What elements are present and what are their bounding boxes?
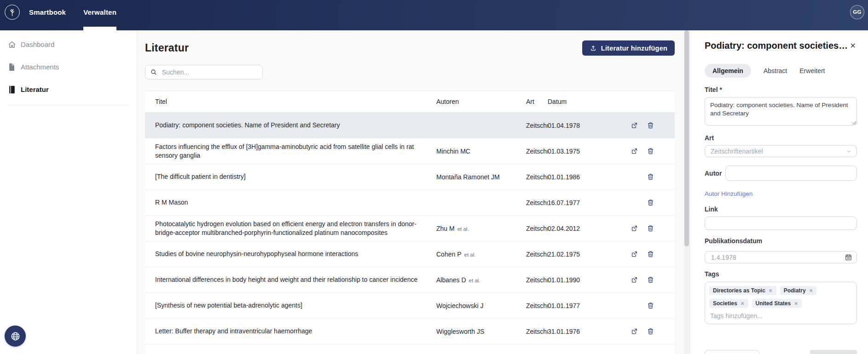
- title-textarea[interactable]: Podiatry: component societies. Name of P…: [705, 97, 857, 126]
- row-art: Zeitschriftenartikel: [526, 302, 548, 309]
- pubdate-label: Publikationsdatum: [705, 237, 857, 245]
- top-navbar: Smartbook Verwalten GG: [0, 0, 868, 30]
- tags-field[interactable]: Directories as Topic ✕ Podiatry ✕ Societ…: [705, 282, 857, 324]
- book-icon: [7, 85, 17, 94]
- panel-header: Podiatry: component societies… ✕: [705, 40, 857, 51]
- sidebar-item-dashboard[interactable]: Dashboard: [0, 33, 137, 56]
- table-row[interactable]: Podiatry: component societies. Name of P…: [145, 113, 675, 138]
- open-external-icon[interactable]: [631, 224, 638, 232]
- table-row[interactable]: R M Mason Zeitschriftenartikel 16.07.197…: [145, 190, 675, 216]
- upload-icon: [590, 45, 597, 52]
- tab-erweitert[interactable]: Erweitert: [799, 64, 825, 78]
- delete-icon[interactable]: [647, 250, 654, 258]
- column-header-art: Art: [526, 98, 548, 105]
- table-row[interactable]: International differences in body height…: [145, 267, 675, 293]
- main-scrollbar: [684, 30, 689, 354]
- row-actions: [598, 302, 654, 309]
- nav-item-smartbook[interactable]: Smartbook: [29, 0, 66, 24]
- row-art: Zeitschriftenartikel: [526, 328, 548, 335]
- delete-icon[interactable]: [647, 199, 654, 206]
- user-avatar[interactable]: GG: [850, 5, 864, 19]
- delete-icon[interactable]: [647, 173, 654, 181]
- brand-logo[interactable]: [5, 5, 20, 20]
- table-row[interactable]: Factors influencing the efflux of [3H]ga…: [145, 138, 675, 164]
- remove-tag-icon[interactable]: ✕: [794, 301, 798, 306]
- search-box: [145, 65, 263, 80]
- table-row[interactable]: Studies of bovine neurophysin-neurohypop…: [145, 241, 675, 267]
- table-header: Titel Autoren Art Datum: [145, 91, 675, 113]
- author-name: Albanes D: [436, 276, 466, 284]
- remove-tag-icon[interactable]: ✕: [741, 301, 745, 306]
- add-literature-label: Literatur hinzufügen: [601, 45, 667, 52]
- calendar-icon[interactable]: [845, 253, 852, 261]
- delete-icon[interactable]: [647, 302, 654, 309]
- panel-actions: Abbrechen Speichern: [705, 350, 857, 354]
- art-select[interactable]: Zeitschriftenartikel: [705, 145, 857, 157]
- add-literature-button[interactable]: Literatur hinzufügen: [582, 40, 675, 56]
- search-input[interactable]: [161, 68, 258, 76]
- row-actions: [598, 250, 654, 258]
- art-label: Art: [705, 134, 857, 142]
- navbar-menu: Smartbook Verwalten: [29, 0, 116, 24]
- page-title: Literatur: [145, 42, 189, 54]
- save-button[interactable]: Speichern: [810, 350, 857, 354]
- nav-item-verwalten[interactable]: Verwalten: [83, 0, 116, 24]
- author-row: Autor: [705, 166, 857, 181]
- row-art: Zeitschriftenartikel: [526, 148, 548, 155]
- row-actions: [598, 121, 654, 129]
- close-icon[interactable]: ✕: [849, 41, 857, 51]
- publication-date-input[interactable]: [710, 253, 845, 262]
- language-globe-button[interactable]: [5, 325, 26, 347]
- open-external-icon[interactable]: [631, 147, 638, 155]
- remove-tag-icon[interactable]: ✕: [769, 288, 773, 293]
- tag-chip: Societies ✕: [709, 299, 748, 308]
- table-row[interactable]: [The difficult patient in dentistry] Mon…: [145, 164, 675, 190]
- open-external-icon[interactable]: [631, 327, 638, 335]
- sidebar-item-literatur[interactable]: Literatur: [0, 78, 137, 101]
- row-authors: Minchin MC: [436, 148, 519, 155]
- table-body: Podiatry: component societies. Name of P…: [145, 113, 675, 354]
- open-external-icon[interactable]: [631, 121, 638, 129]
- open-external-icon[interactable]: [631, 250, 638, 258]
- delete-icon[interactable]: [647, 276, 654, 284]
- row-title: [The difficult patient in dentistry]: [155, 172, 427, 181]
- autor-label: Autor: [705, 170, 725, 177]
- row-title: Studies of bovine neurophysin-neurohypop…: [155, 250, 427, 258]
- delete-icon[interactable]: [647, 121, 654, 129]
- publication-date-field: [705, 251, 857, 263]
- tags-input[interactable]: [709, 312, 852, 320]
- row-date: 01.03.1975: [548, 148, 598, 155]
- row-date: 01.01.1977: [548, 302, 598, 309]
- add-author-link[interactable]: Autor Hinzufügen: [705, 190, 752, 197]
- table-row[interactable]: Host inactivation of Mycobacterium avium…: [145, 344, 675, 354]
- table-row[interactable]: [Synthesis of new potential beta-adrenol…: [145, 293, 675, 319]
- sidebar-item-label: Literatur: [21, 86, 49, 93]
- row-authors: Wojciechowski J: [436, 302, 519, 309]
- column-header-autoren: Autoren: [436, 98, 519, 105]
- tab-abstract[interactable]: Abstract: [764, 64, 787, 78]
- author-input[interactable]: [725, 166, 857, 181]
- main-header: Literatur Literatur hinzufügen: [145, 40, 675, 56]
- cancel-button[interactable]: Abbrechen: [705, 350, 759, 354]
- row-date: 31.01.1976: [548, 328, 598, 335]
- et-al-suffix: et al.: [469, 278, 480, 283]
- tree-icon: [7, 7, 17, 17]
- sidebar-divider: [7, 105, 129, 105]
- delete-icon[interactable]: [647, 327, 654, 335]
- row-authors: Albanes Det al.: [436, 276, 519, 284]
- column-header-datum: Datum: [548, 98, 598, 105]
- globe-icon: [10, 331, 21, 342]
- delete-icon[interactable]: [647, 224, 654, 232]
- tab-allgemein[interactable]: Allgemein: [705, 64, 751, 78]
- row-art: Zeitschriftenartikel: [526, 276, 548, 284]
- sidebar-item-attachments[interactable]: Attachments: [0, 56, 137, 78]
- table-row[interactable]: Photocatalytic hydrogen evolution based …: [145, 216, 675, 241]
- table-row[interactable]: Letter: Buffer therapy and intraventricu…: [145, 319, 675, 344]
- scrollbar-thumb[interactable]: [684, 30, 689, 246]
- remove-tag-icon[interactable]: ✕: [809, 288, 813, 293]
- art-select-value: Zeitschriftenartikel: [711, 148, 763, 155]
- open-external-icon[interactable]: [631, 276, 638, 284]
- delete-icon[interactable]: [647, 147, 654, 155]
- link-input[interactable]: [705, 217, 857, 230]
- row-authors: Montaña Ramonet JM: [436, 173, 519, 181]
